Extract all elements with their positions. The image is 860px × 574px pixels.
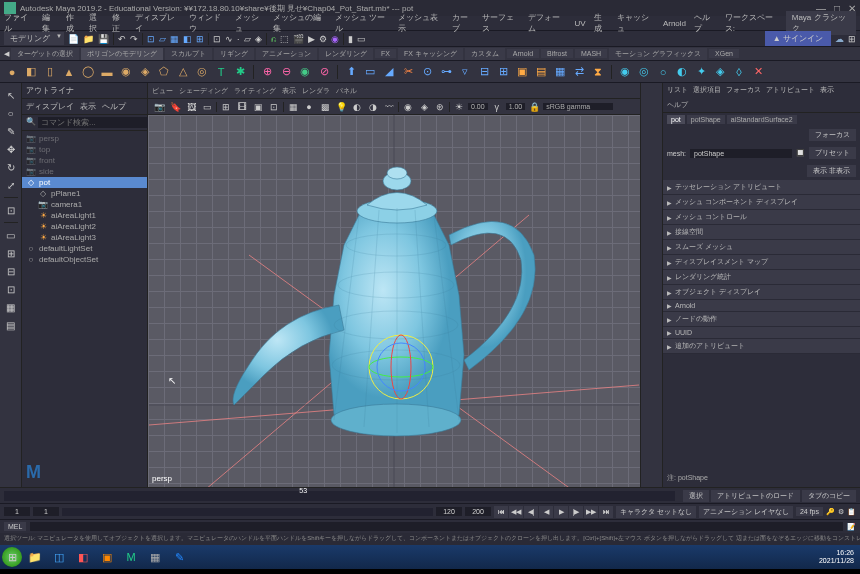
play-back-button[interactable]: ◀ [539,506,553,518]
snap-grid-icon[interactable]: ⊡ [213,34,221,44]
shelf-append-icon[interactable]: ▤ [533,64,549,80]
range-slider-track[interactable] [62,508,433,516]
attr-menu-show[interactable]: 表示 [820,85,834,95]
shelf-tab-0[interactable]: ターゲットの選択 [11,48,79,60]
outliner-item-3[interactable]: 📷side [22,166,147,177]
outliner-menu-display[interactable]: ディスプレイ [26,101,74,112]
shelf-tab-13[interactable]: XGen [709,49,739,58]
shelf-smooth-icon[interactable]: ◉ [297,64,313,80]
outliner-item-9[interactable]: ☀aiAreaLight3 [22,232,147,243]
shelf-tab-4[interactable]: アニメーション [256,48,317,60]
key-back-button[interactable]: ◀| [524,506,538,518]
attr-tab-0[interactable]: pot [667,115,685,124]
shelf-tab-2[interactable]: スカルプト [165,48,212,60]
attr-section-1[interactable]: メッシュ コンポーネント ディスプレイ [663,195,860,210]
move-tool-icon[interactable]: ✥ [3,141,19,157]
undo-icon[interactable]: ↶ [118,34,126,44]
menu-uv[interactable]: UV [575,19,586,28]
menu-surface[interactable]: サーフェス [482,12,520,34]
shelf-sculpt1-icon[interactable]: ◉ [617,64,633,80]
shelf-quad-icon[interactable]: ▦ [552,64,568,80]
hypergraph-icon[interactable]: ⬚ [280,34,289,44]
save-scene-icon[interactable]: 💾 [98,34,109,44]
scale-tool-icon[interactable]: ⤢ [3,177,19,193]
signin-button[interactable]: ▲ サインイン [765,31,831,46]
menu-meshedit[interactable]: メッシュの編集 [273,12,326,34]
taskbar-maya-icon[interactable]: M [120,547,142,567]
shelf-combine-icon[interactable]: ⊕ [259,64,275,80]
attr-section-10[interactable]: UUID [663,327,860,339]
taskbar-app1-icon[interactable]: ◫ [48,547,70,567]
menu-create[interactable]: 作成 [66,12,81,34]
vp-gamma-icon[interactable]: γ [490,101,504,113]
open-scene-icon[interactable]: 📁 [83,34,94,44]
attr-menu-focus[interactable]: フォーカス [726,85,761,95]
layout-single-icon[interactable]: ▭ [3,227,19,243]
layout-horiz-icon[interactable]: ⊡ [3,281,19,297]
shelf-sculpt4-icon[interactable]: ◐ [674,64,690,80]
step-back-button[interactable]: ◀◀ [509,506,523,518]
layout-vert-icon[interactable]: ⊟ [3,263,19,279]
shelf-cone-icon[interactable]: ▲ [61,64,77,80]
fps-dropdown[interactable]: 24 fps [796,507,823,516]
vp-lock-icon[interactable]: 🔒 [527,101,541,113]
taskbar-explorer-icon[interactable]: 📁 [24,547,46,567]
outliner-search-input[interactable] [38,117,149,128]
vp-exposure-field[interactable]: 0.00 [468,103,488,110]
time-slider-track[interactable]: 53 [4,491,675,501]
menu-mesh[interactable]: メッシュ [235,12,265,34]
cloud-icon[interactable]: ☁ [835,34,844,44]
shelf-sculpt5-icon[interactable]: ✦ [693,64,709,80]
shelf-boolean-icon[interactable]: ⊘ [316,64,332,80]
snap-point-icon[interactable]: · [237,34,240,44]
shelf-disc-icon[interactable]: ◉ [118,64,134,80]
menu-select[interactable]: 選択 [89,12,104,34]
charset-dropdown[interactable]: キャラクタ セットなし [616,506,696,518]
attr-mesh-field[interactable]: potShape [690,149,792,158]
render-icon[interactable]: 🎬 [293,34,304,44]
shelf-erase-icon[interactable]: ✕ [750,64,766,80]
shelf-sculpt3-icon[interactable]: ○ [655,64,671,80]
menu-meshdisp[interactable]: メッシュ表示 [398,12,444,34]
shelf-tab-7[interactable]: FX キャッシング [398,48,463,60]
attr-section-4[interactable]: スムーズ メッシュ [663,240,860,255]
shelf-tab-10[interactable]: Bifrost [541,49,573,58]
vp-menu-lighting[interactable]: ライティング [234,86,276,96]
shelf-type-icon[interactable]: T [213,64,229,80]
select-edge-icon[interactable]: ▱ [159,34,166,44]
vp-safe-icon[interactable]: ▣ [251,101,265,113]
menu-curve[interactable]: カーブ [452,12,475,34]
shelf-bevel-icon[interactable]: ◢ [381,64,397,80]
attr-lock-icon[interactable]: 🔲 [796,149,805,157]
shelf-sphere-icon[interactable]: ● [4,64,20,80]
menu-window[interactable]: ウィンドウ [189,12,227,34]
menu-arnold[interactable]: Arnold [663,19,686,28]
new-scene-icon[interactable]: 📄 [68,34,79,44]
key-fwd-button[interactable]: |▶ [569,506,583,518]
snap-plane-icon[interactable]: ▱ [244,34,251,44]
history-icon[interactable]: ⎌ [271,34,276,44]
select-object-icon[interactable]: ◧ [183,34,192,44]
shelf-torus-icon[interactable]: ◯ [80,64,96,80]
shelf-target-weld-icon[interactable]: ⊙ [419,64,435,80]
menu-cache[interactable]: キャッシュ [617,12,655,34]
attr-section-3[interactable]: 接線空間 [663,225,860,240]
vp-image-plane-icon[interactable]: 🖼 [184,101,198,113]
shelf-pyramid-icon[interactable]: △ [175,64,191,80]
attr-menu-attributes[interactable]: アトリビュート [766,85,815,95]
shelf-multicut-icon[interactable]: ✂ [400,64,416,80]
channelbox-toggle[interactable] [640,83,662,487]
shelf-tab-9[interactable]: Arnold [507,49,539,58]
shelf-extrude-icon[interactable]: ⬆ [343,64,359,80]
prefs-icon[interactable]: ⚙ [838,508,844,516]
vp-select-cam-icon[interactable]: 📷 [152,101,166,113]
last-tool-icon[interactable]: ⊡ [3,202,19,218]
timeline-btn-load[interactable]: アトリビュートのロード [711,490,800,502]
mel-label[interactable]: MEL [4,522,26,531]
attr-show-hide-button[interactable]: 表示 非表示 [807,165,856,177]
shelf-tab-12[interactable]: モーション グラフィックス [609,48,707,60]
outliner-item-4[interactable]: ◇pot [22,177,147,188]
vp-isolate-icon[interactable]: ◉ [401,101,415,113]
playback-start-field[interactable]: 1 [33,507,59,516]
shelf-sculpt2-icon[interactable]: ◎ [636,64,652,80]
